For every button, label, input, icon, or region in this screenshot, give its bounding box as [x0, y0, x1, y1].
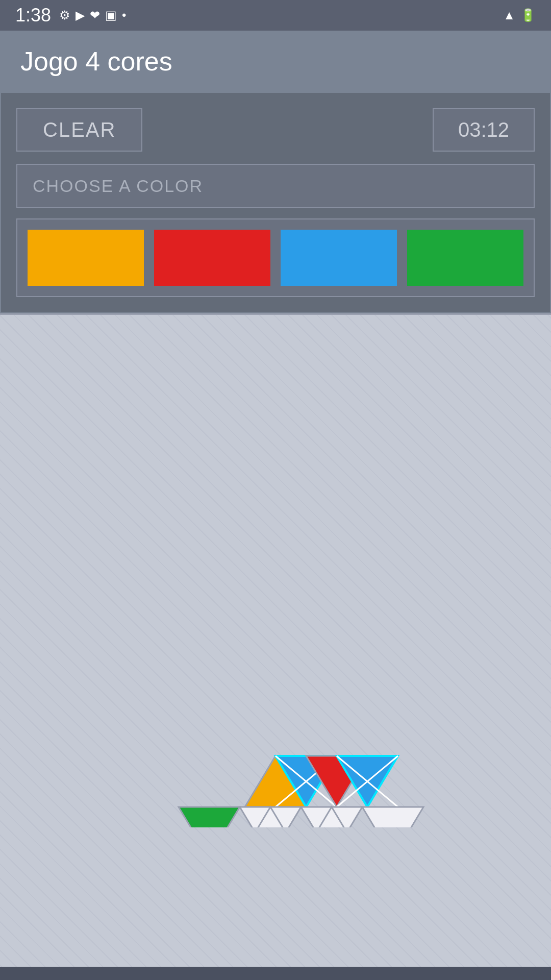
color-swatch-green[interactable] — [407, 230, 523, 286]
color-swatches — [16, 218, 535, 297]
status-bar: 1:38 ⚙ ▶ ❤ ▣ • ▲ 🔋 — [0, 0, 551, 31]
app-header: Jogo 4 cores — [0, 31, 551, 92]
color-swatch-yellow[interactable] — [28, 230, 144, 286]
controls-panel: CLEAR 03:12 CHOOSE A COLOR — [0, 92, 551, 313]
battery-icon: 🔋 — [520, 8, 536, 22]
play-icon: ▶ — [76, 8, 85, 22]
color-swatch-blue[interactable] — [281, 230, 397, 286]
tri-green[interactable] — [179, 807, 240, 827]
choose-color-bar: CHOOSE A COLOR — [16, 164, 535, 208]
tri-w-r2-4[interactable] — [362, 807, 423, 827]
top-row: CLEAR 03:12 — [16, 108, 535, 152]
settings-icon: ⚙ — [59, 8, 70, 22]
dot-icon: • — [122, 8, 126, 22]
triangle-grid — [97, 496, 454, 827]
status-icons: ⚙ ▶ ❤ ▣ • — [59, 8, 126, 22]
status-left: 1:38 ⚙ ▶ ❤ ▣ • — [15, 5, 126, 26]
status-time: 1:38 — [15, 5, 51, 26]
signal-icon: ▲ — [503, 8, 515, 22]
sim-icon: ▣ — [105, 8, 117, 22]
clear-button[interactable]: CLEAR — [16, 108, 142, 152]
app-title: Jogo 4 cores — [20, 46, 172, 77]
heart-icon: ❤ — [90, 8, 100, 22]
bottom-bar — [0, 967, 551, 980]
color-swatch-red[interactable] — [154, 230, 270, 286]
status-right: ▲ 🔋 — [503, 8, 536, 22]
timer-display: 03:12 — [433, 108, 535, 152]
game-area[interactable] — [0, 313, 551, 980]
triangle-svg — [97, 496, 454, 827]
